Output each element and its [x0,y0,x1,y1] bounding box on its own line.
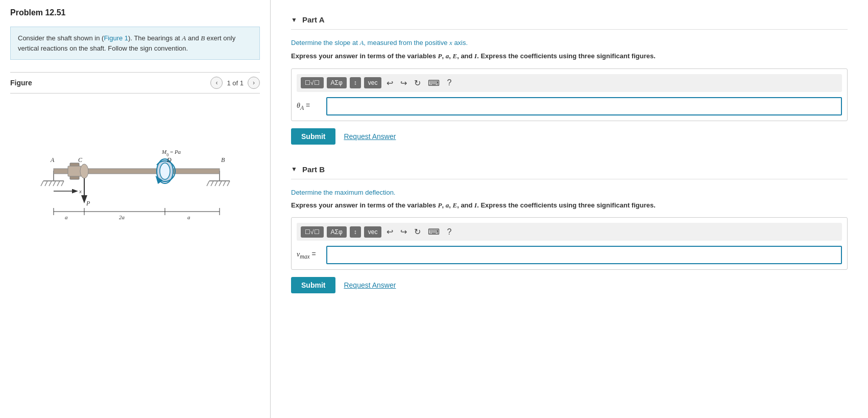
part-a-undo-btn[interactable]: ↩ [384,77,395,89]
svg-line-7 [61,181,64,186]
part-a-help-btn[interactable]: ? [445,77,453,88]
svg-text:B: B [221,156,225,164]
part-b-fraction-btn[interactable]: ☐√☐ [301,226,324,238]
svg-text:A: A [50,156,55,164]
svg-text:a: a [187,214,190,220]
svg-line-15 [227,181,230,186]
svg-rect-18 [68,166,81,176]
part-b-submit-button[interactable]: Submit [291,277,335,293]
part-a-section: ▼ Part A Determine the slope at A, measu… [291,10,848,145]
part-b-input-box: ☐√☐ AΣφ ↕ vec ↩ ↪ ↻ ⌨ ? [291,217,848,270]
part-a-submit-button[interactable]: Submit [291,128,335,145]
part-b-undo-btn[interactable]: ↩ [384,226,395,238]
svg-line-10 [207,181,209,186]
part-b-redo-btn[interactable]: ↪ [398,226,409,238]
part-a-answer-input[interactable] [326,97,842,115]
part-b-action-row: Submit Request Answer [291,277,848,293]
part-a-input-box: ☐√☐ AΣφ ↕ vec ↩ ↪ ↻ ⌨ ? [291,68,848,121]
part-a-symbol-btn[interactable]: AΣφ [327,77,347,88]
part-b-answer-row: vmax = [297,246,842,264]
figure-header: Figure ‹ 1 of 1 › [10,72,260,94]
svg-point-19 [80,164,88,178]
part-b-toolbar: ☐√☐ AΣφ ↕ vec ↩ ↪ ↻ ⌨ ? [297,223,842,241]
shaft-diagram: P M0 = Pa A C D B x [28,112,243,235]
part-b-help-btn[interactable]: ? [445,226,453,238]
part-b-section: ▼ Part B Determine the maximum deflectio… [291,160,848,294]
part-a-toolbar: ☐√☐ AΣφ ↕ vec ↩ ↪ ↻ ⌨ ? [297,74,842,92]
part-a-chevron[interactable]: ▼ [291,16,297,24]
svg-line-6 [57,181,60,186]
part-b-instruction: Express your answer in terms of the vari… [291,200,848,211]
svg-text:P: P [86,200,90,207]
figure-label: Figure [10,79,32,87]
part-b-chevron[interactable]: ▼ [291,166,297,173]
part-a-keyboard-btn[interactable]: ⌨ [426,77,442,89]
figure-nav: ‹ 1 of 1 › [210,77,260,89]
svg-text:x: x [79,188,82,194]
svg-line-12 [215,181,218,186]
part-b-answer-label: vmax = [297,250,322,260]
figure-image-area: P M0 = Pa A C D B x [10,102,260,245]
part-b-title: Part B [302,165,325,174]
svg-line-5 [53,181,56,186]
part-a-refresh-btn[interactable]: ↻ [412,77,423,89]
part-b-arrows-btn[interactable]: ↕ [350,226,361,238]
part-a-request-answer-link[interactable]: Request Answer [344,132,396,141]
part-a-title: Part A [302,15,325,24]
part-a-question: Determine the slope at A, measured from … [291,39,848,47]
svg-line-14 [223,181,226,186]
part-b-vec-btn[interactable]: vec [364,226,382,238]
part-b-keyboard-btn[interactable]: ⌨ [426,226,442,238]
part-b-symbol-btn[interactable]: AΣφ [327,226,347,238]
svg-line-4 [49,181,52,186]
svg-line-2 [41,181,43,186]
part-a-redo-btn[interactable]: ↪ [398,77,409,89]
svg-line-11 [211,181,213,186]
svg-point-23 [160,163,170,179]
part-b-request-answer-link[interactable]: Request Answer [344,281,396,289]
part-a-action-row: Submit Request Answer [291,128,848,145]
svg-text:2a: 2a [119,214,125,220]
part-a-fraction-btn[interactable]: ☐√☐ [301,77,324,88]
part-b-question: Determine the maximum deflection. [291,189,848,196]
figure-link[interactable]: Figure 1 [104,34,128,42]
svg-text:D: D [166,156,172,164]
svg-line-13 [219,181,222,186]
part-a-instruction: Express your answer in terms of the vari… [291,51,848,61]
problem-title: Problem 12.51 [10,8,260,17]
svg-line-3 [45,181,47,186]
part-b-refresh-btn[interactable]: ↻ [412,226,423,238]
part-a-arrows-btn[interactable]: ↕ [350,77,361,88]
part-a-header: ▼ Part A [291,10,848,30]
problem-description: Consider the shaft shown in (Figure 1). … [10,27,260,60]
part-b-answer-input[interactable] [326,246,842,264]
figure-page: 1 of 1 [227,79,244,87]
part-a-answer-label: θA = [297,101,322,111]
part-b-header: ▼ Part B [291,160,848,179]
svg-text:C: C [78,156,83,164]
svg-text:a: a [65,214,68,220]
part-a-vec-btn[interactable]: vec [364,77,382,88]
figure-prev-button[interactable]: ‹ [210,77,223,89]
figure-next-button[interactable]: › [248,77,260,89]
part-a-answer-row: θA = [297,97,842,115]
